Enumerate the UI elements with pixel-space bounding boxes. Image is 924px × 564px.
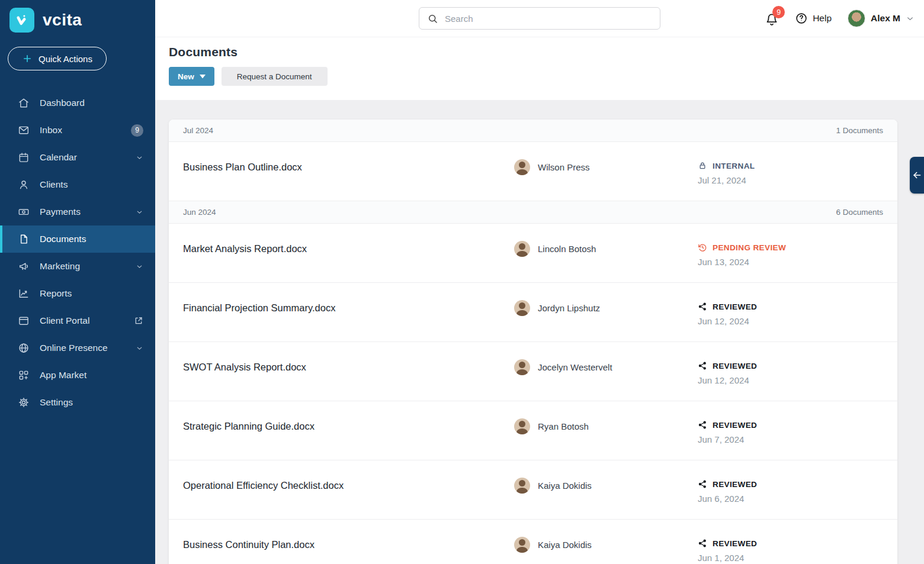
document-owner: Ryan Botosh [514, 418, 698, 434]
status-date: Jul 21, 2024 [698, 175, 755, 185]
document-name[interactable]: Market Analysis Report.docx [183, 241, 514, 254]
inbox-badge: 9 [131, 124, 143, 137]
document-status: INTERNAL Jul 21, 2024 [698, 160, 755, 185]
document-name[interactable]: Operational Efficiency Checklist.docx [183, 478, 514, 491]
document-owner: Lincoln Botosh [514, 241, 698, 257]
status-date: Jun 13, 2024 [698, 257, 786, 267]
avatar [514, 418, 530, 434]
document-name[interactable]: Business Plan Outline.docx [183, 160, 514, 173]
browser-window-icon [18, 315, 30, 327]
share-icon [698, 361, 707, 370]
sidebar-item-settings[interactable]: Settings [0, 389, 155, 416]
quick-actions-button[interactable]: Quick Actions [8, 47, 107, 70]
sidebar-item-payments[interactable]: Payments [0, 198, 155, 225]
sidebar-item-app-market[interactable]: App Market [0, 362, 155, 389]
sidebar-item-documents[interactable]: Documents [0, 225, 155, 253]
group-header: Jul 2024 1 Documents [169, 120, 897, 142]
avatar [514, 241, 530, 257]
help-button[interactable]: Help [795, 12, 832, 25]
status-label: REVIEWED [713, 539, 757, 548]
avatar [514, 159, 530, 175]
document-row[interactable]: Strategic Planning Guide.docx Ryan Botos… [169, 401, 897, 460]
document-row[interactable]: Market Analysis Report.docx Lincoln Boto… [169, 224, 897, 283]
sidebar-item-dashboard[interactable]: Dashboard [0, 89, 155, 117]
gear-icon [18, 397, 30, 408]
plus-icon [22, 53, 33, 64]
owner-name: Kaiya Dokidis [538, 481, 592, 491]
document-status: REVIEWED Jun 1, 2024 [698, 537, 757, 563]
document-icon [18, 233, 30, 245]
document-row[interactable]: Business Continuity Plan.docx Kaiya Doki… [169, 520, 897, 564]
new-button[interactable]: New [169, 67, 214, 86]
document-name[interactable]: Financial Projection Summary.docx [183, 301, 514, 314]
megaphone-icon [18, 260, 30, 272]
status-label: REVIEWED [713, 421, 757, 430]
owner-name: Wilson Press [538, 162, 590, 172]
vcita-logo[interactable] [9, 8, 34, 33]
content: Jul 2024 1 Documents Business Plan Outli… [155, 100, 924, 564]
notifications-button[interactable]: 9 [765, 10, 779, 27]
document-status: REVIEWED Jun 12, 2024 [698, 301, 757, 326]
sidebar-item-clients[interactable]: Clients [0, 171, 155, 198]
document-name[interactable]: Business Continuity Plan.docx [183, 537, 514, 550]
help-icon [795, 12, 808, 25]
status-badge: REVIEWED [698, 419, 757, 430]
sidebar-item-client-portal[interactable]: Client Portal [0, 307, 155, 334]
owner-name: Lincoln Botosh [538, 244, 596, 254]
sidebar-item-marketing[interactable]: Marketing [0, 253, 155, 280]
document-status: REVIEWED Jun 7, 2024 [698, 419, 757, 444]
home-icon [18, 97, 30, 109]
main-area: 9 Help Alex M Documents New [155, 0, 924, 564]
request-document-button[interactable]: Request a Document [222, 67, 328, 86]
share-icon [698, 539, 707, 548]
page-actions: New Request a Document [169, 67, 924, 86]
document-row[interactable]: Operational Efficiency Checklist.docx Ka… [169, 460, 897, 520]
search-input[interactable] [445, 14, 652, 24]
notification-badge: 9 [772, 6, 785, 18]
owner-name: Ryan Botosh [538, 421, 589, 431]
user-menu[interactable]: Alex M [848, 9, 915, 27]
sidebar-nav: Dashboard Inbox 9 Calendar Clients Payme… [0, 89, 155, 416]
help-label: Help [813, 13, 832, 24]
chevron-down-icon [136, 263, 143, 270]
group-month: Jul 2024 [183, 126, 213, 135]
sidebar-item-inbox[interactable]: Inbox 9 [0, 117, 155, 144]
status-badge: REVIEWED [698, 537, 757, 548]
status-badge: REVIEWED [698, 478, 757, 489]
chevron-down-icon [906, 14, 915, 23]
avatar [514, 359, 530, 375]
vcita-logo-icon [14, 12, 30, 28]
topbar: 9 Help Alex M [155, 0, 924, 37]
page-header: Documents New Request a Document [155, 37, 924, 100]
document-owner: Jocelyn Westervelt [514, 359, 698, 375]
collapse-panel-toggle[interactable] [910, 157, 924, 194]
avatar [514, 300, 530, 316]
status-label: INTERNAL [713, 162, 755, 170]
quick-actions-label: Quick Actions [38, 54, 92, 64]
sidebar-item-online-presence[interactable]: Online Presence [0, 334, 155, 362]
status-badge: INTERNAL [698, 160, 755, 170]
sidebar-item-reports[interactable]: Reports [0, 280, 155, 307]
sidebar: vcita Quick Actions Dashboard Inbox 9 Ca… [0, 0, 155, 564]
sidebar-item-calendar[interactable]: Calendar [0, 144, 155, 171]
external-link-icon [134, 316, 143, 325]
document-row[interactable]: Business Plan Outline.docx Wilson Press … [169, 142, 897, 201]
status-date: Jun 1, 2024 [698, 553, 757, 563]
page-title: Documents [169, 45, 924, 59]
document-row[interactable]: SWOT Analysis Report.docx Jocelyn Wester… [169, 342, 897, 401]
lock-icon [698, 161, 707, 170]
brand: vcita [0, 0, 155, 38]
search-box[interactable] [419, 7, 660, 30]
document-name[interactable]: Strategic Planning Guide.docx [183, 419, 514, 432]
status-badge: REVIEWED [698, 301, 757, 311]
avatar [514, 478, 530, 494]
status-label: REVIEWED [713, 302, 757, 311]
document-name[interactable]: SWOT Analysis Report.docx [183, 360, 514, 373]
document-owner: Wilson Press [514, 159, 698, 175]
user-name: Alex M [871, 13, 900, 24]
avatar [514, 537, 530, 553]
document-row[interactable]: Financial Projection Summary.docx Jordyn… [169, 283, 897, 342]
new-button-label: New [178, 72, 194, 81]
group-header: Jun 2024 6 Documents [169, 201, 897, 224]
status-badge: PENDING REVIEW [698, 241, 786, 252]
